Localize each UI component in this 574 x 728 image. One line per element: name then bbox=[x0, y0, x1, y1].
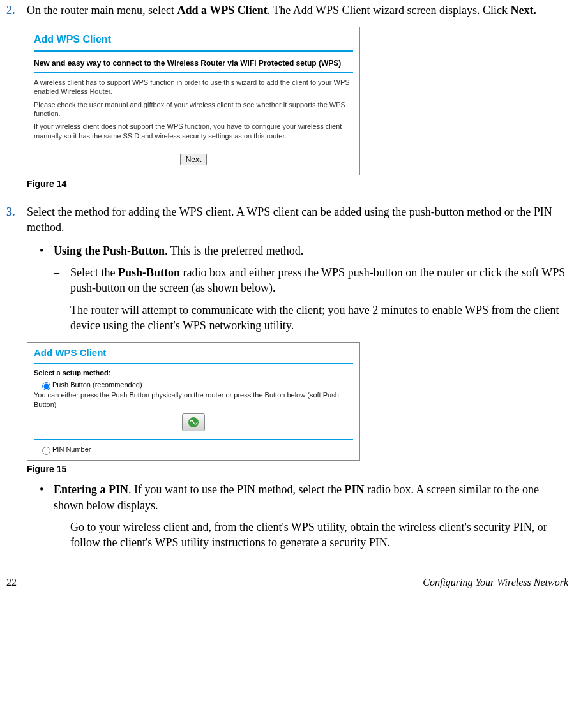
button-row: Next bbox=[27, 143, 359, 175]
wizard-title: Add WPS Client bbox=[27, 343, 359, 360]
dash-item: – Select the Push-Button radio box and e… bbox=[54, 265, 568, 296]
page-number: 22 bbox=[6, 576, 17, 590]
dash-marker: – bbox=[54, 519, 70, 535]
step-number: 3. bbox=[6, 204, 24, 219]
dash-marker: – bbox=[54, 302, 70, 318]
ui-reference: Add a WPS Client bbox=[177, 4, 267, 17]
sublist: • Entering a PIN. If you want to use the… bbox=[40, 482, 568, 550]
wizard-subtitle: New and easy way to connect to the Wirel… bbox=[27, 58, 359, 71]
method-description: You can either press the Push Button phy… bbox=[27, 390, 359, 411]
wizard-paragraph: Please check the user manual and giftbox… bbox=[27, 99, 359, 121]
bullet-body: Entering a PIN. If you want to use the P… bbox=[54, 482, 568, 513]
radio-row: PIN Number bbox=[27, 443, 359, 460]
text: . The Add WPS Client wizard screen displ… bbox=[268, 4, 511, 17]
figure-15-screenshot: Add WPS Client Select a setup method: Pu… bbox=[27, 342, 360, 461]
divider bbox=[34, 72, 353, 73]
section-title: Configuring Your Wireless Network bbox=[423, 576, 568, 590]
page-footer: 22 Configuring Your Wireless Network bbox=[6, 576, 568, 590]
method-name: Entering a PIN bbox=[54, 483, 128, 496]
step-3: 3. Select the method for adding the WPS … bbox=[6, 204, 568, 235]
divider bbox=[34, 50, 353, 52]
figure-caption: Figure 14 bbox=[27, 178, 568, 190]
text: . If you want to use the PIN method, sel… bbox=[128, 483, 344, 496]
radio-label: PIN Number bbox=[52, 445, 91, 453]
ui-reference: Next. bbox=[510, 4, 536, 17]
dash-body: The router will attempt to communicate w… bbox=[70, 302, 568, 334]
pin-number-radio[interactable] bbox=[42, 447, 50, 455]
bullet-marker: • bbox=[40, 243, 54, 258]
wizard-paragraph: A wireless client has to support WPS fun… bbox=[27, 77, 359, 99]
wps-icon bbox=[186, 415, 200, 429]
select-method-label: Select a setup method: bbox=[27, 368, 359, 379]
wizard-title: Add WPS Client bbox=[27, 27, 359, 48]
text: . This is the preferred method. bbox=[165, 244, 303, 257]
bullet-item: • Using the Push-Button. This is the pre… bbox=[40, 243, 568, 258]
dash-item: – The router will attempt to communicate… bbox=[54, 302, 568, 334]
ui-reference: Push-Button bbox=[118, 266, 180, 279]
step-number: 2. bbox=[6, 3, 24, 18]
method-name: Using the Push-Button bbox=[54, 244, 165, 257]
dash-body: Go to your wireless client and, from the… bbox=[70, 519, 568, 551]
dash-marker: – bbox=[54, 265, 70, 280]
radio-row: Push Button (recommended) bbox=[27, 379, 359, 390]
step-body: On the router main menu, select Add a WP… bbox=[27, 3, 568, 18]
text: On the router main menu, select bbox=[27, 4, 177, 17]
wizard-paragraph: If your wireless client does not support… bbox=[27, 121, 359, 143]
dash-item: – Go to your wireless client and, from t… bbox=[54, 519, 568, 551]
next-button[interactable]: Next bbox=[180, 154, 208, 165]
text: Select the bbox=[70, 266, 118, 279]
step-2: 2. On the router main menu, select Add a… bbox=[6, 3, 568, 18]
wps-soft-button[interactable] bbox=[182, 413, 205, 431]
divider bbox=[34, 363, 353, 364]
figure-14-screenshot: Add WPS Client New and easy way to conne… bbox=[27, 27, 360, 175]
dash-body: Select the Push-Button radio box and eit… bbox=[70, 265, 568, 296]
radio-label: Push Button (recommended) bbox=[52, 381, 142, 389]
ui-reference: PIN bbox=[344, 483, 364, 496]
bullet-body: Using the Push-Button. This is the prefe… bbox=[54, 243, 568, 258]
bullet-marker: • bbox=[40, 482, 54, 497]
sublist: • Using the Push-Button. This is the pre… bbox=[40, 243, 568, 333]
wps-button-row bbox=[27, 411, 359, 439]
divider bbox=[34, 439, 353, 440]
bullet-item: • Entering a PIN. If you want to use the… bbox=[40, 482, 568, 513]
figure-caption: Figure 15 bbox=[27, 463, 568, 475]
push-button-radio[interactable] bbox=[42, 382, 50, 390]
step-body: Select the method for adding the WPS cli… bbox=[27, 204, 568, 235]
